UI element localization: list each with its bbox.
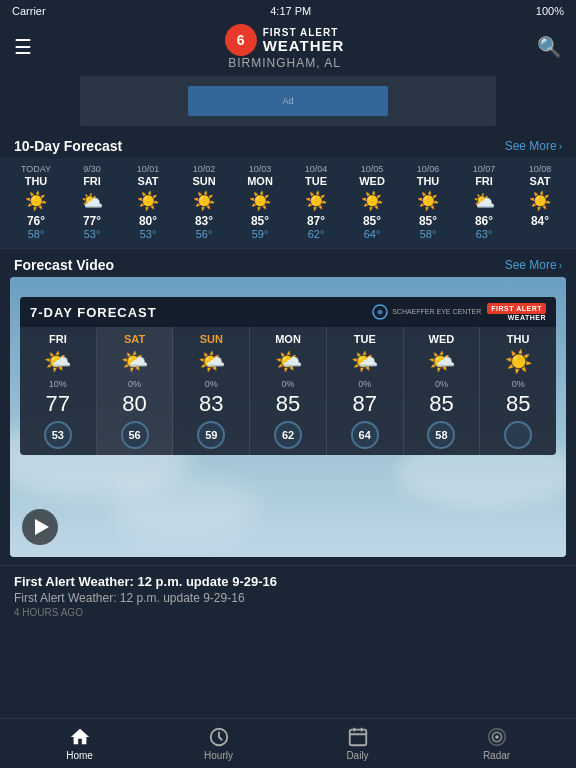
forecast-day-name: TUE bbox=[305, 175, 327, 187]
svg-point-3 bbox=[495, 735, 499, 739]
high-temp: 84° bbox=[531, 214, 549, 228]
low-temp: 53° bbox=[84, 228, 101, 240]
news-time: 4 HOURS AGO bbox=[14, 607, 562, 618]
radar-nav-icon bbox=[486, 726, 508, 748]
hourly-nav-icon bbox=[208, 726, 230, 748]
play-triangle-icon bbox=[35, 519, 49, 535]
forecast-day-name: THU bbox=[25, 175, 48, 187]
chevron-icon-2: › bbox=[559, 260, 562, 271]
col-precip: 0% bbox=[435, 379, 448, 389]
col-low: 53 bbox=[44, 421, 72, 449]
col-precip: 0% bbox=[205, 379, 218, 389]
video-see-more[interactable]: See More › bbox=[505, 258, 562, 272]
forecast-day-name: WED bbox=[359, 175, 385, 187]
col-precip: 0% bbox=[282, 379, 295, 389]
ten-day-forecast: TODAY THU ☀️ 76° 58° 9/30 FRI ⛅ 77° 53° … bbox=[0, 158, 576, 248]
seven-day-col-2: SUN 🌤️ 0% 83 59 bbox=[173, 327, 250, 455]
search-icon[interactable]: 🔍 bbox=[537, 35, 562, 59]
col-high: 80 bbox=[122, 391, 146, 417]
col-low: 58 bbox=[427, 421, 455, 449]
hourly-nav-label: Hourly bbox=[204, 750, 233, 761]
forecast-day-8: 10/07 FRI ⛅ 86° 63° bbox=[461, 164, 507, 240]
forecast-day-1: 9/30 FRI ⛅ 77° 53° bbox=[69, 164, 115, 240]
col-day-name: MON bbox=[275, 333, 301, 345]
menu-icon[interactable]: ☰ bbox=[14, 35, 32, 59]
forecast-day-name: SAT bbox=[529, 175, 550, 187]
forecast-date: 10/06 bbox=[417, 164, 440, 174]
forecast-day-name: FRI bbox=[83, 175, 101, 187]
forecast-date: 10/01 bbox=[137, 164, 160, 174]
logo-wrap: 6 FIRST ALERT WEATHER bbox=[225, 24, 345, 56]
col-day-name: SAT bbox=[124, 333, 145, 345]
high-temp: 87° bbox=[307, 214, 325, 228]
carrier-label: Carrier bbox=[12, 5, 46, 17]
nav-item-daily[interactable]: Daily bbox=[288, 726, 427, 761]
ten-day-see-more[interactable]: See More › bbox=[505, 139, 562, 153]
daily-nav-icon bbox=[347, 726, 369, 748]
weather-icon: ☀️ bbox=[193, 190, 215, 212]
col-high: 85 bbox=[276, 391, 300, 417]
logo-weather: WEATHER bbox=[263, 38, 345, 53]
video-header: Forecast Video See More › bbox=[0, 249, 576, 277]
ad-text: Ad bbox=[282, 96, 293, 106]
high-temp: 85° bbox=[251, 214, 269, 228]
seven-day-col-6: THU ☀️ 0% 85 bbox=[480, 327, 556, 455]
col-low: 62 bbox=[274, 421, 302, 449]
weather-icon: ☀️ bbox=[529, 190, 551, 212]
weather-icon: ☀️ bbox=[417, 190, 439, 212]
forecast-day-5: 10/04 TUE ☀️ 87° 62° bbox=[293, 164, 339, 240]
col-day-name: WED bbox=[429, 333, 455, 345]
news-item[interactable]: First Alert Weather: 12 p.m. update 9-29… bbox=[0, 565, 576, 626]
video-card: 7-DAY FORECAST SCHAEFFER EYE CENTER FIRS… bbox=[10, 277, 566, 557]
col-high: 77 bbox=[46, 391, 70, 417]
low-temp: 53° bbox=[140, 228, 157, 240]
col-low: 64 bbox=[351, 421, 379, 449]
col-precip: 10% bbox=[49, 379, 67, 389]
bottom-nav: Home Hourly Daily Radar bbox=[0, 718, 576, 768]
weather-icon: ☀️ bbox=[249, 190, 271, 212]
col-precip: 0% bbox=[128, 379, 141, 389]
ten-day-header: 10-Day Forecast See More › bbox=[0, 130, 576, 158]
nav-item-radar[interactable]: Radar bbox=[427, 726, 566, 761]
ten-day-title: 10-Day Forecast bbox=[14, 138, 122, 154]
seven-day-col-0: FRI 🌤️ 10% 77 53 bbox=[20, 327, 97, 455]
forecast-day-7: 10/06 THU ☀️ 85° 58° bbox=[405, 164, 451, 240]
logo-text: FIRST ALERT WEATHER bbox=[263, 28, 345, 53]
col-icon: 🌤️ bbox=[351, 349, 378, 375]
time-label: 4:17 PM bbox=[270, 5, 311, 17]
col-low bbox=[504, 421, 532, 449]
col-low: 56 bbox=[121, 421, 149, 449]
high-temp: 76° bbox=[27, 214, 45, 228]
seven-day-card-title: 7-DAY FORECAST bbox=[30, 305, 157, 320]
seven-day-card: 7-DAY FORECAST SCHAEFFER EYE CENTER FIRS… bbox=[20, 297, 556, 455]
forecast-day-name: SAT bbox=[137, 175, 158, 187]
low-temp: 59° bbox=[252, 228, 269, 240]
low-temp: 64° bbox=[364, 228, 381, 240]
col-icon: 🌤️ bbox=[121, 349, 148, 375]
col-icon: 🌤️ bbox=[44, 349, 71, 375]
forecast-day-2: 10/01 SAT ☀️ 80° 53° bbox=[125, 164, 171, 240]
seven-day-days-row: FRI 🌤️ 10% 77 53 SAT 🌤️ 0% 80 56 SUN 🌤️ … bbox=[20, 327, 556, 455]
low-temp: 63° bbox=[476, 228, 493, 240]
col-day-name: THU bbox=[507, 333, 530, 345]
forecast-day-4: 10/03 MON ☀️ 85° 59° bbox=[237, 164, 283, 240]
video-title: Forecast Video bbox=[14, 257, 114, 273]
forecast-date: 10/07 bbox=[473, 164, 496, 174]
svg-rect-2 bbox=[349, 730, 366, 746]
nav-item-home[interactable]: Home bbox=[10, 726, 149, 761]
low-temp: 62° bbox=[308, 228, 325, 240]
nav-item-hourly[interactable]: Hourly bbox=[149, 726, 288, 761]
weather-icon: ⛅ bbox=[473, 190, 495, 212]
forecast-day-6: 10/05 WED ☀️ 85° 64° bbox=[349, 164, 395, 240]
high-temp: 80° bbox=[139, 214, 157, 228]
col-high: 87 bbox=[352, 391, 376, 417]
ad-area: Ad bbox=[0, 72, 576, 130]
forecast-date: 9/30 bbox=[83, 164, 101, 174]
battery-label: 100% bbox=[536, 5, 564, 17]
high-temp: 85° bbox=[419, 214, 437, 228]
low-temp: 58° bbox=[420, 228, 437, 240]
location-label: BIRMINGHAM, AL bbox=[228, 56, 341, 70]
weather-icon: ☀️ bbox=[25, 190, 47, 212]
play-button[interactable] bbox=[22, 509, 58, 545]
home-nav-label: Home bbox=[66, 750, 93, 761]
